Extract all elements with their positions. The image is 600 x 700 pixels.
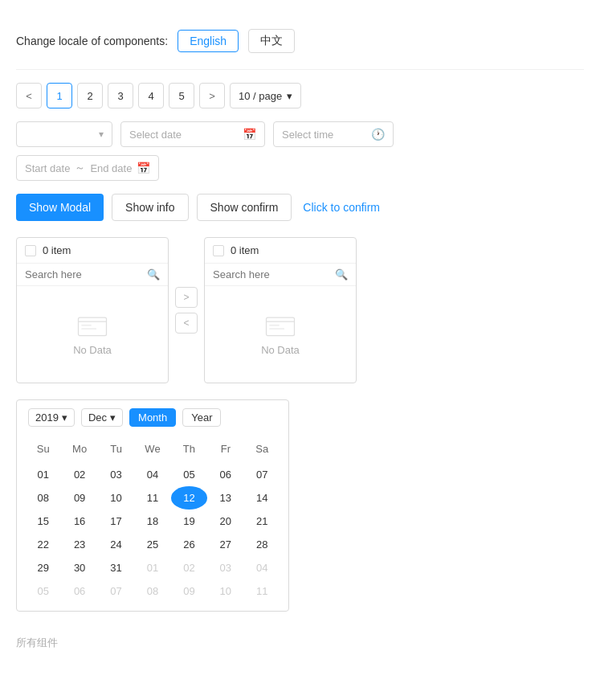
date-picker[interactable]: Select date 📅 <box>120 121 265 147</box>
calendar-day[interactable]: 29 <box>25 556 61 579</box>
calendar-day[interactable]: 08 <box>134 579 170 603</box>
calendar-day[interactable]: 06 <box>207 463 243 486</box>
weekday-mo: Mo <box>61 440 97 458</box>
pagination-page-2[interactable]: 2 <box>77 83 103 108</box>
date-range-row: Start date ～ End date 📅 <box>16 155 584 181</box>
pagination-page-4[interactable]: 4 <box>138 83 164 108</box>
calendar-day[interactable]: 04 <box>244 556 280 579</box>
calendar-day[interactable]: 24 <box>98 533 134 556</box>
calendar-day[interactable]: 18 <box>134 510 170 533</box>
locale-english-button[interactable]: English <box>178 30 239 52</box>
calendar-day[interactable]: 01 <box>134 556 170 579</box>
calendar-day[interactable]: 07 <box>244 463 280 486</box>
calendar-day[interactable]: 20 <box>207 510 243 533</box>
calendar-day[interactable]: 25 <box>134 533 170 556</box>
transfer-left-search-input[interactable] <box>25 268 142 280</box>
locale-label: Change locale of components: <box>16 35 168 47</box>
calendar-day[interactable]: 02 <box>171 556 207 579</box>
calendar-day[interactable]: 05 <box>171 463 207 486</box>
calendar-days: 0102030405060708091011121314151617181920… <box>25 463 280 603</box>
svg-rect-2 <box>81 324 92 325</box>
pagination-next[interactable]: > <box>199 83 225 108</box>
transfer-left-panel: 0 item 🔍 No Data <box>16 237 169 383</box>
weekday-su: Su <box>25 440 61 458</box>
calendar-day[interactable]: 09 <box>171 579 207 603</box>
calendar-day[interactable]: 11 <box>134 486 170 510</box>
calendar-day[interactable]: 15 <box>25 510 61 533</box>
page-size-select[interactable]: 10 / page ▾ <box>230 83 301 108</box>
calendar-day[interactable]: 30 <box>61 556 97 579</box>
calendar-day[interactable]: 11 <box>244 579 280 603</box>
transfer-right-checkbox[interactable] <box>213 245 224 256</box>
calendar-year-value: 2019 <box>35 411 59 424</box>
controls-row: ▾ Select date 📅 Select time 🕐 <box>16 121 584 147</box>
click-to-confirm-button[interactable]: Click to confirm <box>300 196 383 219</box>
calendar-day[interactable]: 09 <box>61 486 97 510</box>
pagination-prev[interactable]: < <box>16 83 42 108</box>
weekday-th: Th <box>171 440 207 458</box>
no-data-icon <box>76 313 108 338</box>
calendar-day[interactable]: 21 <box>244 510 280 533</box>
weekday-sa: Sa <box>244 440 280 458</box>
calendar-day[interactable]: 10 <box>98 486 134 510</box>
calendar-month-chevron-icon: ▾ <box>110 411 116 424</box>
calendar-day[interactable]: 03 <box>207 556 243 579</box>
calendar-day[interactable]: 27 <box>207 533 243 556</box>
pagination-page-1[interactable]: 1 <box>47 83 72 108</box>
calendar-day[interactable]: 12 <box>171 486 207 510</box>
date-range-calendar-icon: 📅 <box>137 162 150 174</box>
calendar-day[interactable]: 05 <box>25 579 61 603</box>
calendar-day[interactable]: 03 <box>98 463 134 486</box>
calendar-day[interactable]: 17 <box>98 510 134 533</box>
show-modal-button[interactable]: Show Modal <box>16 194 104 221</box>
calendar-day[interactable]: 07 <box>98 579 134 603</box>
calendar-day[interactable]: 23 <box>61 533 97 556</box>
locale-chinese-button[interactable]: 中文 <box>248 29 295 53</box>
calendar-day[interactable]: 31 <box>98 556 134 579</box>
calendar-icon: 📅 <box>243 128 256 141</box>
page-size-chevron-icon: ▾ <box>287 90 292 102</box>
show-info-button[interactable]: Show info <box>112 194 188 221</box>
date-picker-placeholder: Select date <box>129 129 182 141</box>
clock-icon: 🕐 <box>371 128 385 141</box>
calendar-grid: Su Mo Tu We Th Fr Sa 0102030405060708091… <box>17 435 288 611</box>
pagination-page-3[interactable]: 3 <box>108 83 133 108</box>
calendar-day[interactable]: 10 <box>207 579 243 603</box>
calendar-month-select[interactable]: Dec ▾ <box>81 408 123 427</box>
calendar-day[interactable]: 14 <box>244 486 280 510</box>
calendar-day[interactable]: 13 <box>207 486 243 510</box>
time-picker[interactable]: Select time 🕐 <box>273 121 394 147</box>
date-range-input[interactable]: Start date ～ End date 📅 <box>16 155 159 181</box>
calendar-day[interactable]: 04 <box>134 463 170 486</box>
calendar-day[interactable]: 26 <box>171 533 207 556</box>
calendar-year-view-button[interactable]: Year <box>182 408 221 427</box>
calendar-year-select[interactable]: 2019 ▾ <box>28 408 75 427</box>
calendar-weekdays: Su Mo Tu We Th Fr Sa <box>25 435 280 463</box>
calendar-month-view-button[interactable]: Month <box>129 408 176 427</box>
locale-section: Change locale of components: English 中文 <box>16 16 584 66</box>
calendar-day[interactable]: 19 <box>171 510 207 533</box>
calendar-day[interactable]: 06 <box>61 579 97 603</box>
right-no-data-icon <box>264 313 296 338</box>
transfer-left-search[interactable]: 🔍 <box>17 264 168 286</box>
show-confirm-button[interactable]: Show confirm <box>197 194 292 221</box>
calendar-day[interactable]: 02 <box>61 463 97 486</box>
transfer-right-arrow[interactable]: > <box>175 287 198 308</box>
transfer-right-search[interactable]: 🔍 <box>205 264 356 286</box>
end-date-placeholder: End date <box>90 162 132 174</box>
calendar-day[interactable]: 28 <box>244 533 280 556</box>
transfer-left-no-data: No Data <box>73 344 112 356</box>
transfer-left-arrow[interactable]: < <box>175 313 198 334</box>
calendar-year-chevron-icon: ▾ <box>62 411 67 424</box>
pagination-page-5[interactable]: 5 <box>169 83 194 108</box>
pagination: < 1 2 3 4 5 > 10 / page ▾ <box>16 83 584 108</box>
transfer-right-no-data: No Data <box>261 344 300 356</box>
transfer-right-search-input[interactable] <box>213 268 330 280</box>
calendar-day[interactable]: 16 <box>61 510 97 533</box>
calendar-day[interactable]: 08 <box>25 486 61 510</box>
dropdown-select[interactable]: ▾ <box>16 121 112 147</box>
footer-note: 所有组件 <box>16 636 584 650</box>
transfer-left-checkbox[interactable] <box>25 245 36 256</box>
calendar-day[interactable]: 22 <box>25 533 61 556</box>
calendar-day[interactable]: 01 <box>25 463 61 486</box>
